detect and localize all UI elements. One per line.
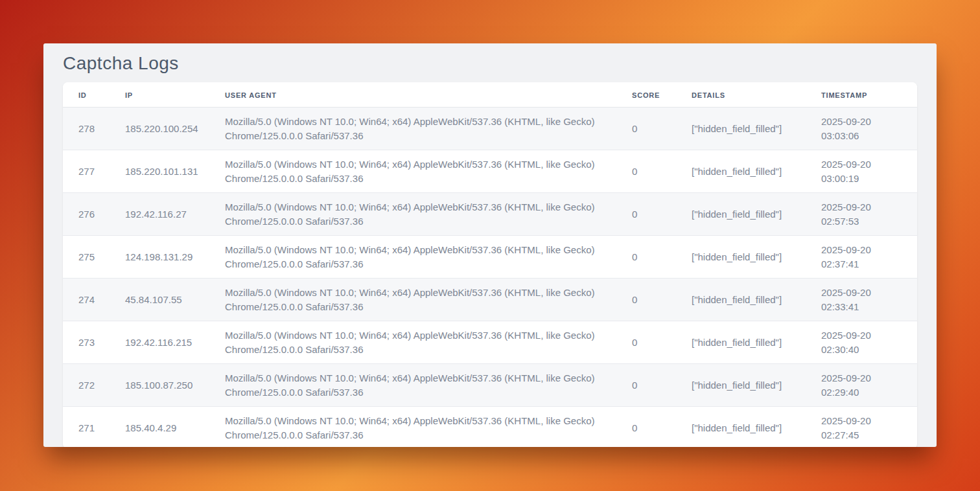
cell-ip: 192.42.116.27 [125,193,225,236]
column-header: SCORE [632,82,692,108]
cell-user-agent: Mozilla/5.0 (Windows NT 10.0; Win64; x64… [225,279,632,321]
table-row: 274 45.84.107.55 Mozilla/5.0 (Windows NT… [63,279,917,321]
cell-user-agent: Mozilla/5.0 (Windows NT 10.0; Win64; x64… [225,407,632,448]
cell-id: 275 [63,236,125,279]
logs-table-container: IDIPUSER AGENTSCOREDETAILSTIMESTAMP 278 … [63,82,917,447]
cell-score: 0 [632,364,692,407]
cell-user-agent: Mozilla/5.0 (Windows NT 10.0; Win64; x64… [225,193,632,236]
cell-score: 0 [632,407,692,448]
column-header: TIMESTAMP [821,82,917,108]
cell-timestamp: 2025-09-20 02:33:41 [821,279,917,321]
cell-score: 0 [632,108,692,150]
cell-details: ["hidden_field_filled"] [692,279,821,321]
cell-score: 0 [632,279,692,321]
cell-timestamp: 2025-09-20 02:27:45 [821,407,917,448]
captcha-logs-card: Captcha Logs IDIPUSER AGENTSCOREDETAILST… [43,43,937,447]
table-row: 275 124.198.131.29 Mozilla/5.0 (Windows … [63,236,917,279]
cell-details: ["hidden_field_filled"] [692,108,821,150]
table-header-row: IDIPUSER AGENTSCOREDETAILSTIMESTAMP [63,82,917,108]
cell-timestamp: 2025-09-20 02:30:40 [821,321,917,364]
cell-user-agent: Mozilla/5.0 (Windows NT 10.0; Win64; x64… [225,364,632,407]
cell-ip: 185.40.4.29 [125,407,225,448]
cell-ip: 185.220.100.254 [125,108,225,150]
cell-ip: 185.220.101.131 [125,150,225,193]
cell-id: 274 [63,279,125,321]
cell-user-agent: Mozilla/5.0 (Windows NT 10.0; Win64; x64… [225,321,632,364]
cell-id: 278 [63,108,125,150]
cell-id: 273 [63,321,125,364]
cell-timestamp: 2025-09-20 02:29:40 [821,364,917,407]
cell-timestamp: 2025-09-20 03:03:06 [821,108,917,150]
table-row: 278 185.220.100.254 Mozilla/5.0 (Windows… [63,108,917,150]
cell-details: ["hidden_field_filled"] [692,193,821,236]
cell-id: 272 [63,364,125,407]
cell-ip: 185.100.87.250 [125,364,225,407]
cell-details: ["hidden_field_filled"] [692,407,821,448]
column-header: IP [125,82,225,108]
cell-score: 0 [632,193,692,236]
cell-score: 0 [632,150,692,193]
cell-timestamp: 2025-09-20 02:57:53 [821,193,917,236]
cell-details: ["hidden_field_filled"] [692,150,821,193]
column-header: DETAILS [692,82,821,108]
page-title: Captcha Logs [63,53,917,74]
cell-id: 276 [63,193,125,236]
cell-id: 277 [63,150,125,193]
cell-details: ["hidden_field_filled"] [692,236,821,279]
column-header: ID [63,82,125,108]
cell-ip: 192.42.116.215 [125,321,225,364]
cell-user-agent: Mozilla/5.0 (Windows NT 10.0; Win64; x64… [225,150,632,193]
cell-ip: 124.198.131.29 [125,236,225,279]
cell-score: 0 [632,321,692,364]
cell-score: 0 [632,236,692,279]
table-row: 271 185.40.4.29 Mozilla/5.0 (Windows NT … [63,407,917,448]
captcha-logs-table: IDIPUSER AGENTSCOREDETAILSTIMESTAMP 278 … [63,82,917,447]
cell-timestamp: 2025-09-20 02:37:41 [821,236,917,279]
cell-timestamp: 2025-09-20 03:00:19 [821,150,917,193]
table-row: 273 192.42.116.215 Mozilla/5.0 (Windows … [63,321,917,364]
column-header: USER AGENT [225,82,632,108]
cell-details: ["hidden_field_filled"] [692,364,821,407]
cell-ip: 45.84.107.55 [125,279,225,321]
cell-user-agent: Mozilla/5.0 (Windows NT 10.0; Win64; x64… [225,108,632,150]
cell-details: ["hidden_field_filled"] [692,321,821,364]
cell-user-agent: Mozilla/5.0 (Windows NT 10.0; Win64; x64… [225,236,632,279]
table-row: 277 185.220.101.131 Mozilla/5.0 (Windows… [63,150,917,193]
table-row: 276 192.42.116.27 Mozilla/5.0 (Windows N… [63,193,917,236]
table-row: 272 185.100.87.250 Mozilla/5.0 (Windows … [63,364,917,407]
cell-id: 271 [63,407,125,448]
